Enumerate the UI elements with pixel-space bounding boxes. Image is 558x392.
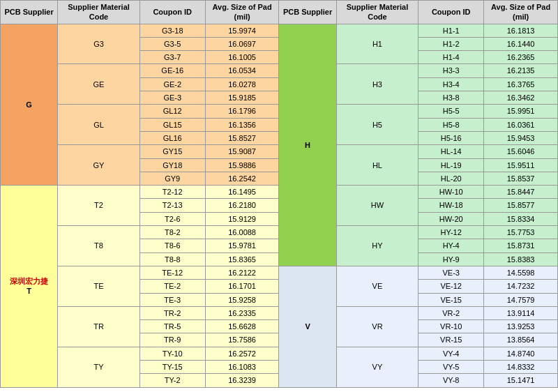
coupon-right: H1-1	[418, 24, 484, 37]
avg-left: 16.2122	[205, 266, 279, 279]
avg-right: 15.6046	[484, 145, 558, 158]
avg-right: 16.2365	[484, 51, 558, 64]
coupon-left: TE-12	[140, 266, 205, 279]
avg-right: 16.3765	[484, 77, 558, 91]
avg-left: 15.9781	[205, 239, 279, 252]
coupon-right: VR-2	[418, 306, 484, 319]
avg-right: 15.1471	[484, 374, 558, 387]
coupon-right: VE-15	[418, 293, 484, 306]
coupon-right: HL-14	[418, 145, 484, 158]
avg-right: 15.8577	[484, 199, 558, 212]
coupon-left: T8-8	[140, 252, 205, 266]
avg-left: 16.0088	[205, 226, 279, 239]
header-avg-right: Avg. Size of Pad (mil)	[484, 1, 558, 24]
avg-left: 15.9185	[205, 91, 279, 105]
coupon-right: HW-10	[418, 186, 484, 199]
avg-right: 13.9253	[484, 320, 558, 333]
coupon-right: HL-20	[418, 172, 484, 185]
avg-right: 15.8383	[484, 252, 558, 266]
supplier-left: GY	[58, 145, 140, 186]
pcb-group-label: T	[27, 287, 31, 295]
avg-left: 16.2572	[205, 347, 279, 360]
watermark: 深圳宏力捷	[10, 277, 48, 285]
avg-right: 15.8334	[484, 212, 558, 225]
coupon-right: H5-16	[418, 131, 484, 144]
supplier-left: GL	[58, 105, 140, 145]
avg-right: 13.9114	[484, 306, 558, 319]
pcb-group-right: H	[279, 24, 336, 266]
pcb-group-left: 深圳宏力捷T	[1, 186, 58, 387]
coupon-left: TY-15	[140, 361, 205, 374]
coupon-left: GE-3	[140, 91, 205, 105]
avg-left: 15.8365	[205, 252, 279, 266]
supplier-left: TE	[58, 266, 140, 306]
coupon-right: HW-18	[418, 199, 484, 212]
avg-right: 15.9511	[484, 158, 558, 172]
avg-left: 16.1005	[205, 51, 279, 64]
avg-right: 16.2135	[484, 64, 558, 77]
avg-right: 16.1813	[484, 24, 558, 37]
avg-left: 15.9886	[205, 158, 279, 172]
avg-right: 16.1440	[484, 37, 558, 50]
avg-right: 14.8332	[484, 361, 558, 374]
supplier-right: H3	[336, 64, 418, 105]
coupon-left: TE-2	[140, 280, 205, 293]
supplier-right: VR	[336, 306, 418, 347]
coupon-left: T2-6	[140, 212, 205, 225]
coupon-right: H3-4	[418, 77, 484, 91]
coupon-left: TY-2	[140, 374, 205, 387]
coupon-right: H3-3	[418, 64, 484, 77]
coupon-left: TR-5	[140, 320, 205, 333]
avg-right: 15.8447	[484, 186, 558, 199]
coupon-right: VY-5	[418, 361, 484, 374]
supplier-right: H1	[336, 24, 418, 64]
avg-left: 16.1083	[205, 361, 279, 374]
avg-right: 14.7232	[484, 280, 558, 293]
avg-left: 15.8527	[205, 131, 279, 144]
avg-left: 15.9258	[205, 293, 279, 306]
coupon-left: GL12	[140, 105, 205, 118]
coupon-left: GL15	[140, 118, 205, 131]
supplier-right: HY	[336, 226, 418, 266]
avg-left: 16.1701	[205, 280, 279, 293]
coupon-left: T8-2	[140, 226, 205, 239]
coupon-left: GE-2	[140, 77, 205, 91]
supplier-right: VY	[336, 347, 418, 387]
avg-left: 16.2542	[205, 172, 279, 185]
coupon-right: VY-8	[418, 374, 484, 387]
avg-left: 15.7586	[205, 333, 279, 347]
avg-right: 15.8537	[484, 172, 558, 185]
avg-left: 15.6628	[205, 320, 279, 333]
avg-left: 16.2180	[205, 199, 279, 212]
coupon-right: VY-4	[418, 347, 484, 360]
header-supplier-right: Supplier Material Code	[336, 1, 418, 24]
avg-left: 15.9974	[205, 24, 279, 37]
coupon-right: H3-8	[418, 91, 484, 105]
supplier-right: VE	[336, 266, 418, 306]
supplier-left: T2	[58, 186, 140, 226]
coupon-left: T8-6	[140, 239, 205, 252]
avg-right: 15.7753	[484, 226, 558, 239]
coupon-right: HW-20	[418, 212, 484, 225]
avg-left: 16.0534	[205, 64, 279, 77]
avg-left: 16.2335	[205, 306, 279, 319]
coupon-right: H1-4	[418, 51, 484, 64]
supplier-left: T8	[58, 226, 140, 266]
coupon-left: G3-18	[140, 24, 205, 37]
avg-left: 15.9129	[205, 212, 279, 225]
coupon-right: HY-12	[418, 226, 484, 239]
avg-right: 15.8731	[484, 239, 558, 252]
header-coupon-right: Coupon ID	[418, 1, 484, 24]
avg-right: 14.5598	[484, 266, 558, 279]
coupon-left: G3-7	[140, 51, 205, 64]
header-pcb-right: PCB Supplier	[279, 1, 336, 24]
coupon-left: GY18	[140, 158, 205, 172]
coupon-left: GL16	[140, 131, 205, 144]
coupon-left: GY9	[140, 172, 205, 185]
supplier-left: TY	[58, 347, 140, 387]
avg-right: 16.3462	[484, 91, 558, 105]
coupon-left: TE-3	[140, 293, 205, 306]
supplier-left: GE	[58, 64, 140, 105]
avg-left: 15.9087	[205, 145, 279, 158]
header-coupon-left: Coupon ID	[140, 1, 205, 24]
